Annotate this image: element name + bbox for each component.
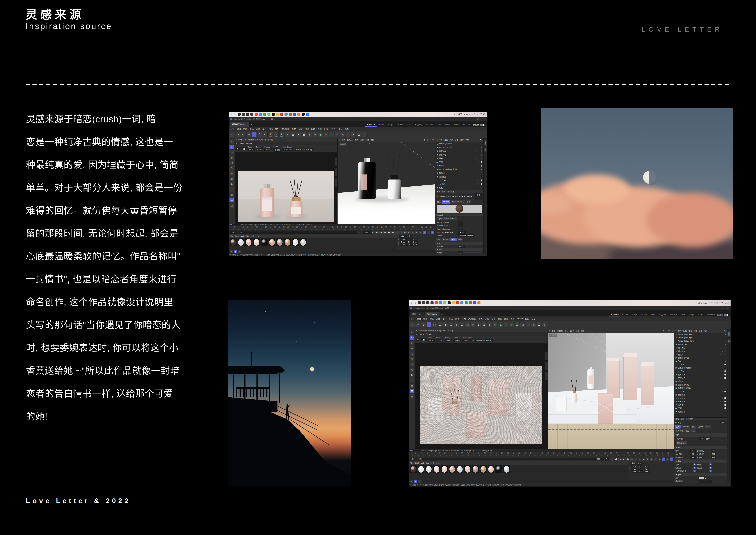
material-swatch[interactable]: standard s <box>433 465 440 475</box>
ipr-colorspace-select[interactable]: scene (ACES 1.0 SDR-video (sRGB)) <box>283 148 313 151</box>
windows-logo-icon[interactable]: ⊞ <box>411 302 412 304</box>
taskbar-app-icon[interactable] <box>430 301 434 304</box>
menu-item[interactable]: 帮助 <box>345 127 349 130</box>
workspace-tab[interactable]: Standard <box>365 123 377 127</box>
workspace-tab[interactable]: Sculpt <box>630 312 639 317</box>
color-swatch[interactable] <box>699 477 704 479</box>
rotation-value[interactable]: 0 ° <box>406 238 412 240</box>
visibility-dots[interactable]: ◦⋮ <box>721 344 724 345</box>
material-swatch[interactable]: standard s <box>245 239 252 248</box>
visibility-dots[interactable]: ◦⋮ <box>719 397 721 399</box>
rotation-value[interactable]: 0 ° <box>406 243 412 246</box>
transport-button[interactable]: ≋ <box>658 458 661 461</box>
menu-item[interactable]: 跟踪 <box>311 127 315 130</box>
menu-item[interactable]: 运动图形 <box>282 127 289 130</box>
taskbar-app-icon[interactable] <box>242 113 245 116</box>
hamburger-icon[interactable]: ≡ <box>437 139 438 141</box>
material-swatch[interactable]: standard s <box>503 465 510 475</box>
ipr-scale-value[interactable]: 50 % <box>428 339 435 342</box>
transport-button[interactable]: ◀ <box>379 231 383 234</box>
attribute-menu-item[interactable]: 编辑 <box>681 418 684 420</box>
toolbar-icon[interactable]: ⬓ <box>357 132 361 137</box>
material-swatch[interactable]: standard s <box>456 465 464 475</box>
transport-button[interactable]: ● <box>399 231 403 234</box>
object-row[interactable]: ▮ 圆柱体.2 ◦⋮ ✓ <box>674 346 727 350</box>
taskbar-app-icon[interactable] <box>246 113 249 116</box>
tool-strip-icon[interactable]: ⬡ <box>230 166 234 170</box>
transport-button[interactable]: ◀❚ <box>375 231 379 234</box>
hamburger-icon[interactable]: ≡ <box>416 333 418 335</box>
ipr-menu-render[interactable]: Render <box>426 333 433 335</box>
enabled-check[interactable]: ✓ <box>725 337 726 339</box>
view-toggle-button[interactable]: ▢ <box>238 250 241 253</box>
menu-item[interactable]: 模式 <box>430 317 434 320</box>
material-tab[interactable]: Alpha (stacking) <box>451 200 465 204</box>
toolbar-icon[interactable]: ▤ <box>471 322 475 327</box>
tray-icon[interactable]: ❖ <box>476 113 478 115</box>
material-chip[interactable] <box>480 183 482 185</box>
toolbar-icon[interactable]: ⊞ <box>351 132 356 137</box>
material-chip[interactable] <box>724 350 726 352</box>
toolbar-icon[interactable]: ( ) <box>432 322 437 327</box>
enabled-check[interactable]: ✓ <box>725 367 726 369</box>
ipr-side-tabs[interactable] <box>545 352 548 380</box>
property-value[interactable]: Default <box>458 231 466 234</box>
visibility-dots[interactable]: ◦⋮ <box>480 187 482 188</box>
taskbar-app-icon[interactable] <box>289 113 292 116</box>
display-section-header[interactable]: ▼ 显示 <box>674 473 727 476</box>
viewport-nav-icon[interactable]: ✛ <box>665 330 667 332</box>
transport-button[interactable]: ◀❚ <box>614 458 618 461</box>
enabled-check[interactable]: ✓ <box>481 147 482 148</box>
taskbar-app-icon[interactable] <box>465 301 468 304</box>
menu-item[interactable]: 体积 <box>462 317 466 320</box>
execution-section-header[interactable]: ▼ 执行 <box>674 460 727 463</box>
property-value[interactable]: ✓ <box>458 228 463 231</box>
size-value[interactable]: 0 cm <box>412 243 418 246</box>
material-chip[interactable] <box>480 150 482 152</box>
visibility-dots[interactable]: ◦⋮ <box>721 387 724 389</box>
material-chip[interactable] <box>724 347 726 349</box>
object-row[interactable]: ▮ 圆柱体.1 ◦⋮ ✓ <box>435 153 483 156</box>
material-chip[interactable] <box>724 374 726 376</box>
material-swatch[interactable]: standard s <box>237 239 245 248</box>
toolbar-icon[interactable]: ● <box>324 132 328 137</box>
transport-button[interactable]: ≋ <box>419 231 422 234</box>
param-value[interactable]: 90 F <box>711 456 716 459</box>
tool-strip-icon[interactable]: ▤ <box>410 394 414 399</box>
tool-strip-icon[interactable]: ▭ <box>230 171 234 176</box>
enabled-check[interactable]: ✓ <box>722 377 723 379</box>
viewport-canvas[interactable]: 透视视图 Y <box>338 142 435 224</box>
menu-item[interactable]: 扩展 <box>324 127 328 130</box>
viewport-menu-item[interactable]: 面板 <box>581 329 585 332</box>
material-menu-item[interactable]: 选择 <box>425 462 429 465</box>
material-tab[interactable]: 基本 <box>436 200 442 204</box>
transport-button[interactable]: ❚▶ <box>387 231 391 234</box>
new-document-button[interactable]: + <box>249 122 254 127</box>
toolbar-icon[interactable]: Z <box>280 132 284 137</box>
viewport-menu-item[interactable]: 面板 <box>371 139 375 141</box>
workspace-tab[interactable]: Model <box>377 123 386 127</box>
ipr-display-select[interactable]: beauty <box>264 148 272 151</box>
transport-button[interactable]: ⏭ <box>391 231 395 234</box>
object-row[interactable]: ▣ 包装 ◦⋮ ✓ <box>435 186 483 189</box>
toolbar-icon[interactable]: ⬓ <box>537 322 541 327</box>
menu-item[interactable]: 网格 <box>269 127 273 130</box>
toolbar-icon[interactable]: ♟ <box>335 132 339 137</box>
weather-status[interactable]: 12℃ 多云 <box>452 113 462 116</box>
viewport-menu-item[interactable]: 选项 <box>570 329 574 332</box>
document-tab[interactable]: 场景3.c4d * × <box>410 312 424 317</box>
object-row[interactable]: ▲ 瓶子 ◦⋮ ✓ <box>435 182 483 186</box>
toolbar-icon[interactable]: ⤡ <box>257 132 262 137</box>
side-tab[interactable]: 层 <box>484 148 487 152</box>
taskbar-app-icon[interactable] <box>306 113 309 116</box>
property-value[interactable]: 1 <box>458 224 463 227</box>
menu-item[interactable]: 选择 <box>256 127 260 130</box>
ipr-play-button[interactable]: ▶ <box>236 147 240 150</box>
material-swatch[interactable]: standard s <box>487 465 495 475</box>
visibility-dots[interactable]: ◦⋮ <box>721 370 723 372</box>
transport-button[interactable]: ⌗ <box>415 231 418 234</box>
hamburger-icon[interactable]: ≡ <box>339 139 340 141</box>
visibility-dots[interactable]: ◦⋮ <box>719 347 721 349</box>
menu-item[interactable]: 运动图形 <box>468 317 476 320</box>
visibility-dots[interactable]: ◦⋮ <box>475 150 478 152</box>
